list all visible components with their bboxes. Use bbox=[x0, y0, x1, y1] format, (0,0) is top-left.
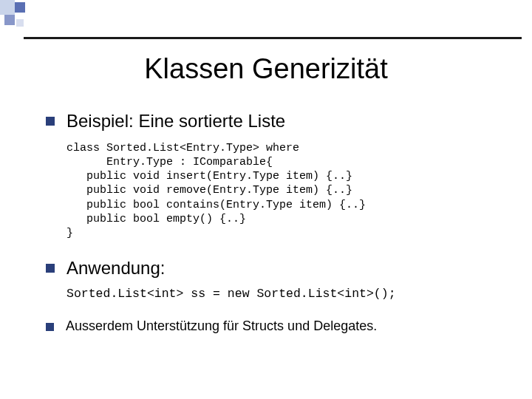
bullet-text: Beispiel: Eine sortierte Liste bbox=[66, 111, 285, 132]
bullet-icon bbox=[46, 323, 54, 331]
bullet-text: Anwendung: bbox=[66, 258, 165, 279]
deco-square bbox=[16, 19, 24, 27]
bullet-item: Anwendung: bbox=[46, 258, 502, 279]
bullet-icon bbox=[46, 264, 55, 273]
code-block-class: class Sorted.List<Entry.Type> where Entr… bbox=[66, 141, 502, 240]
deco-square bbox=[0, 0, 15, 15]
deco-square bbox=[4, 15, 15, 25]
deco-square bbox=[15, 2, 25, 13]
slide-content: Beispiel: Eine sortierte Liste class Sor… bbox=[46, 111, 502, 344]
horizontal-rule bbox=[24, 37, 522, 39]
bullet-item: Ausserdem Unterstützung für Structs und … bbox=[46, 318, 502, 335]
code-line-usage: Sorted.List<int> ss = new Sorted.List<in… bbox=[66, 287, 502, 301]
bullet-item: Beispiel: Eine sortierte Liste bbox=[46, 111, 502, 132]
slide-title: Klassen Generizität bbox=[0, 53, 532, 85]
corner-decoration bbox=[0, 0, 37, 47]
bullet-text: Ausserdem Unterstützung für Structs und … bbox=[66, 318, 377, 335]
bullet-icon bbox=[46, 117, 55, 126]
